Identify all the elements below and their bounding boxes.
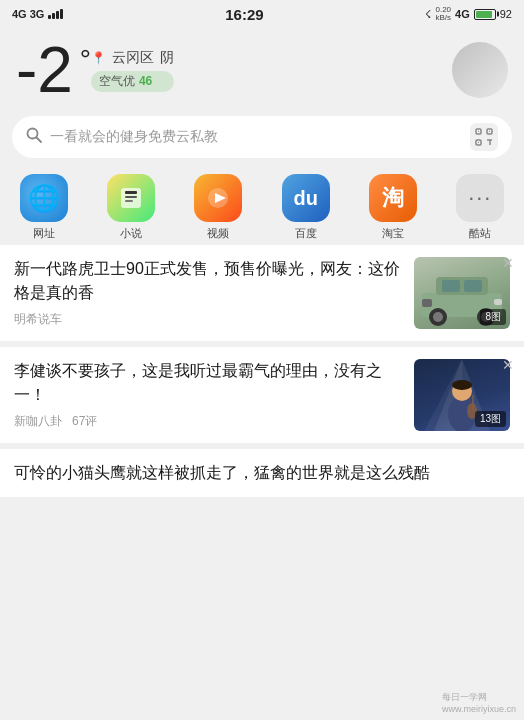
news-thumb-2: 13图 <box>414 359 510 431</box>
signal-bar-3 <box>56 11 59 19</box>
app-icon-baidu: du <box>282 174 330 222</box>
app-item-xiaoshuo[interactable]: 小说 <box>87 174 174 241</box>
temperature-display: -2° <box>16 38 73 102</box>
app-label-more: 酷站 <box>469 226 491 241</box>
svg-point-30 <box>452 380 472 390</box>
air-quality-badge: 空气优 46 <box>91 71 174 92</box>
svg-rect-12 <box>125 196 137 198</box>
svg-rect-25 <box>494 299 502 305</box>
svg-point-21 <box>433 312 443 322</box>
signal-bar-1 <box>48 15 51 19</box>
app-label-taobao: 淘宝 <box>382 226 404 241</box>
news-thumb-badge-2: 13图 <box>475 411 506 427</box>
app-icon-wangzhi: 🌐 <box>20 174 68 222</box>
svg-rect-5 <box>478 131 479 132</box>
news-content-2: 李健谈不要孩子，这是我听过最霸气的理由，没有之一！ 新咖八卦 67评 <box>14 359 404 431</box>
news-item-1[interactable]: 新一代路虎卫士90正式发售，预售价曝光，网友：这价格是真的香 明希说车 <box>0 245 524 341</box>
news-source-2: 新咖八卦 <box>14 413 62 430</box>
svg-rect-13 <box>125 200 133 202</box>
signal-bar-2 <box>52 13 55 19</box>
bluetooth-icon: ☇ <box>425 8 431 21</box>
search-placeholder[interactable]: 一看就会的健身免费云私教 <box>50 128 462 146</box>
news-content-3: 可怜的小猫头鹰就这样被抓走了，猛禽的世界就是这么残酷 <box>14 461 510 485</box>
signal-bar-4 <box>60 9 63 19</box>
news-source-1: 明希说车 <box>14 311 62 328</box>
signal-bars <box>48 9 63 19</box>
svg-rect-18 <box>442 280 460 292</box>
status-bar: 4G 3G 16:29 ☇ 0.20 kB/s 4G 92 <box>0 0 524 28</box>
search-icon <box>26 127 42 147</box>
battery-percent: 92 <box>500 8 512 20</box>
avatar <box>452 42 508 98</box>
app-icon-more: ··· <box>456 174 504 222</box>
svg-rect-24 <box>422 299 432 307</box>
app-item-taobao[interactable]: 淘 淘宝 <box>349 174 436 241</box>
news-item-3[interactable]: 可怜的小猫头鹰就这样被抓走了，猛禽的世界就是这么残酷 <box>0 449 524 497</box>
news-title-2: 李健谈不要孩子，这是我听过最霸气的理由，没有之一！ <box>14 359 404 407</box>
scan-icon[interactable] <box>470 123 498 151</box>
news-title-3: 可怜的小猫头鹰就这样被抓走了，猛禽的世界就是这么残酷 <box>14 461 510 485</box>
weather-info: 📍 云冈区 阴 空气优 46 <box>91 49 174 92</box>
svg-rect-32 <box>472 395 474 411</box>
app-item-baidu[interactable]: du 百度 <box>262 174 349 241</box>
app-icon-taobao: 淘 <box>369 174 417 222</box>
news-meta-1: 明希说车 <box>14 311 404 328</box>
app-grid: 🌐 网址 小说 视频 du 百度 淘 淘宝 ··· 酷站 <box>0 166 524 245</box>
app-label-baidu: 百度 <box>295 226 317 241</box>
news-feed: 新一代路虎卫士90正式发售，预售价曝光，网友：这价格是真的香 明希说车 <box>0 245 524 503</box>
svg-rect-11 <box>125 191 137 194</box>
news-content-1: 新一代路虎卫士90正式发售，预售价曝光，网友：这价格是真的香 明希说车 <box>14 257 404 329</box>
search-bar-container[interactable]: 一看就会的健身免费云私教 <box>0 108 524 166</box>
network-type-icon: 4G <box>455 8 470 20</box>
weather-section: -2° 📍 云冈区 阴 空气优 46 <box>0 28 524 108</box>
app-label-shipin: 视频 <box>207 226 229 241</box>
data-speed: 0.20 kB/s <box>435 6 451 22</box>
status-right: ☇ 0.20 kB/s 4G 92 <box>425 6 512 22</box>
news-comments-2: 67评 <box>72 413 97 430</box>
battery-fill <box>476 11 492 18</box>
close-btn-1[interactable]: ✕ <box>502 255 514 271</box>
news-thumb-badge-1: 8图 <box>480 309 506 325</box>
battery-icon <box>474 9 496 20</box>
network-label: 4G 3G <box>12 8 44 20</box>
svg-rect-6 <box>489 131 490 132</box>
news-thumb-1: 8图 <box>414 257 510 329</box>
app-label-wangzhi: 网址 <box>33 226 55 241</box>
status-left: 4G 3G <box>12 8 63 20</box>
svg-rect-19 <box>464 280 482 292</box>
location-icon: 📍 <box>91 51 106 65</box>
news-item-2[interactable]: 李健谈不要孩子，这是我听过最霸气的理由，没有之一！ 新咖八卦 67评 <box>0 347 524 443</box>
app-item-wangzhi[interactable]: 🌐 网址 <box>0 174 87 241</box>
news-title-1: 新一代路虎卫士90正式发售，预售价曝光，网友：这价格是真的香 <box>14 257 404 305</box>
app-icon-shipin <box>194 174 242 222</box>
search-bar[interactable]: 一看就会的健身免费云私教 <box>12 116 512 158</box>
news-meta-2: 新咖八卦 67评 <box>14 413 404 430</box>
clock: 16:29 <box>225 6 263 23</box>
weather-location: 📍 云冈区 阴 <box>91 49 174 67</box>
watermark: 每日一学网 www.meiriyixue.cn <box>442 691 516 716</box>
app-item-more[interactable]: ··· 酷站 <box>437 174 524 241</box>
close-btn-2[interactable]: ✕ <box>502 357 514 373</box>
svg-line-1 <box>37 138 42 143</box>
app-label-xiaoshuo: 小说 <box>120 226 142 241</box>
svg-rect-7 <box>478 142 479 143</box>
app-item-shipin[interactable]: 视频 <box>175 174 262 241</box>
app-icon-xiaoshuo <box>107 174 155 222</box>
